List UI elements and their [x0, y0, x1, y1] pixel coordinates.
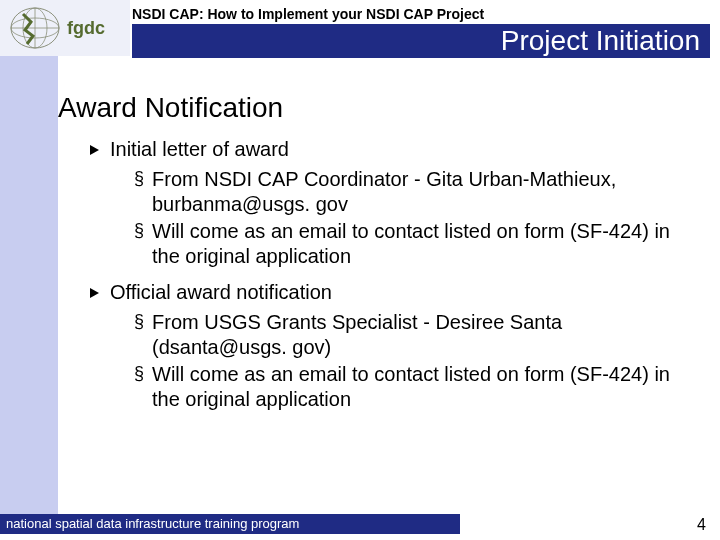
list-subitem: From USGS Grants Specialist - Desiree Sa…: [134, 310, 690, 360]
slide-content: Award Notification Initial letter of awa…: [62, 92, 700, 414]
list-item: Initial letter of award: [90, 138, 700, 161]
page-title-bar: Project Initiation: [132, 24, 710, 58]
page-number: 4: [697, 516, 706, 534]
svg-text:fgdc: fgdc: [67, 18, 105, 38]
list-subitem: Will come as an email to contact listed …: [134, 219, 690, 269]
list-item: Official award notification: [90, 281, 700, 304]
globe-icon: fgdc: [5, 4, 125, 52]
footer-bar: national spatial data infrastructure tra…: [0, 514, 460, 534]
breadcrumb: NSDI CAP: How to Implement your NSDI CAP…: [132, 6, 484, 22]
list-subitem: From NSDI CAP Coordinator - Gita Urban-M…: [134, 167, 690, 217]
footer-text: national spatial data infrastructure tra…: [6, 516, 299, 531]
page-title: Project Initiation: [501, 25, 700, 56]
left-accent-strip: [0, 0, 58, 520]
logo: fgdc: [0, 0, 130, 56]
content-heading: Award Notification: [58, 92, 700, 124]
list-subitem: Will come as an email to contact listed …: [134, 362, 690, 412]
